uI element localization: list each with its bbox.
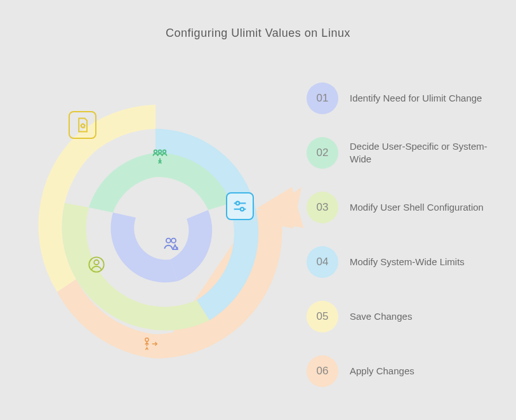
- svg-point-0: [166, 239, 171, 243]
- svg-point-6: [163, 150, 166, 154]
- legend-item-5: 05 Save Changes: [307, 301, 491, 332]
- svg-point-8: [94, 260, 98, 265]
- legend-label: Decide User-Specific or System-Wide: [350, 140, 491, 166]
- legend-badge: 03: [307, 192, 338, 223]
- legend-item-3: 03 Modify User Shell Configuration: [307, 192, 491, 223]
- legend-label: Modify System-Wide Limits: [350, 256, 465, 268]
- svg-point-14: [145, 338, 149, 341]
- page-title: Configuring Ulimit Values on Linux: [0, 0, 516, 40]
- legend-badge: 01: [307, 82, 338, 114]
- legend-label: Modify User Shell Configuration: [350, 201, 484, 214]
- person-arrow-icon: [136, 330, 164, 358]
- svg-point-12: [241, 207, 244, 211]
- file-gear-icon: [69, 111, 96, 139]
- legend-badge: 06: [307, 355, 338, 387]
- legend-label: Save Changes: [350, 310, 412, 323]
- legend-item-4: 04 Modify System-Wide Limits: [307, 246, 491, 278]
- legend-label: Identify Need for Ulimit Change: [350, 92, 482, 105]
- svg-point-3: [177, 249, 178, 249]
- users-warning-icon: [157, 230, 185, 258]
- legend-item-6: 06 Apply Changes: [307, 355, 491, 387]
- legend: 01 Identify Need for Ulimit Change 02 De…: [307, 82, 491, 410]
- legend-item-1: 01 Identify Need for Ulimit Change: [307, 82, 491, 114]
- svg-point-5: [159, 150, 162, 154]
- legend-badge: 05: [307, 301, 338, 332]
- legend-badge: 04: [307, 246, 338, 278]
- svg-point-1: [171, 239, 176, 243]
- sliders-icon: [226, 192, 254, 220]
- legend-item-2: 02 Decide User-Specific or System-Wide: [307, 137, 491, 169]
- legend-label: Apply Changes: [350, 365, 414, 377]
- spiral-diagram: [19, 60, 311, 390]
- spiral-svg: [19, 60, 311, 390]
- user-icon: [83, 251, 110, 279]
- group-select-icon: [146, 143, 174, 171]
- legend-badge: 02: [307, 137, 338, 169]
- svg-point-4: [154, 150, 157, 154]
- svg-point-10: [236, 202, 239, 205]
